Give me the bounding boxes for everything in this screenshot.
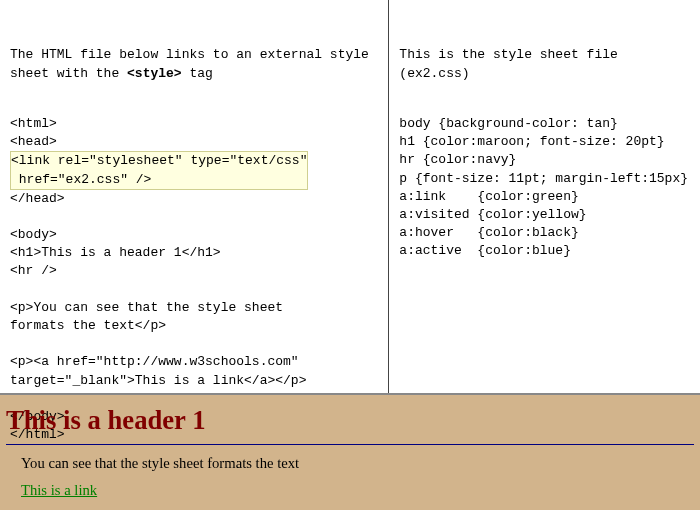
code-line: <p><a href="http://www.w3schools.com"	[10, 354, 299, 369]
code-line: body {background-color: tan}	[399, 116, 617, 131]
code-line: target="_blank">This is a link</a></p>	[10, 373, 306, 388]
code-line: a:hover {color:black}	[399, 225, 578, 240]
preview-link-paragraph: This is a link	[21, 482, 694, 499]
html-intro: The HTML file below links to an external…	[10, 46, 376, 82]
code-line: a:link {color:green}	[399, 189, 578, 204]
code-panels: The HTML file below links to an external…	[0, 0, 700, 395]
highlighted-link-tag: <link rel="stylesheet" type="text/css" h…	[10, 151, 308, 189]
preview-link[interactable]: This is a link	[21, 482, 97, 498]
code-line: <html>	[10, 116, 57, 131]
code-line: <link rel="stylesheet" type="text/css"	[11, 153, 307, 168]
css-source-panel: This is the style sheet file (ex2.css) b…	[389, 0, 700, 393]
css-intro: This is the style sheet file (ex2.css)	[399, 46, 688, 82]
code-line: <p>You can see that the style sheet	[10, 300, 283, 315]
intro-text-suffix: tag	[182, 66, 213, 81]
html-source-panel: The HTML file below links to an external…	[0, 0, 389, 393]
code-line: p {font-size: 11pt; margin-left:15px}	[399, 171, 688, 186]
preview-paragraph: You can see that the style sheet formats…	[21, 455, 694, 472]
code-line: </head>	[10, 191, 65, 206]
code-line: <h1>This is a header 1</h1>	[10, 245, 221, 260]
intro-bold-tag: <style>	[127, 66, 182, 81]
code-line: formats the text</p>	[10, 318, 166, 333]
code-line: href="ex2.css" />	[11, 172, 151, 187]
code-line: <head>	[10, 134, 57, 149]
code-line: h1 {color:maroon; font-size: 20pt}	[399, 134, 664, 149]
code-line: hr {color:navy}	[399, 152, 516, 167]
code-line: a:active {color:blue}	[399, 243, 571, 258]
code-line: <body>	[10, 227, 57, 242]
code-line: <hr />	[10, 263, 57, 278]
code-line: a:visited {color:yellow}	[399, 207, 586, 222]
